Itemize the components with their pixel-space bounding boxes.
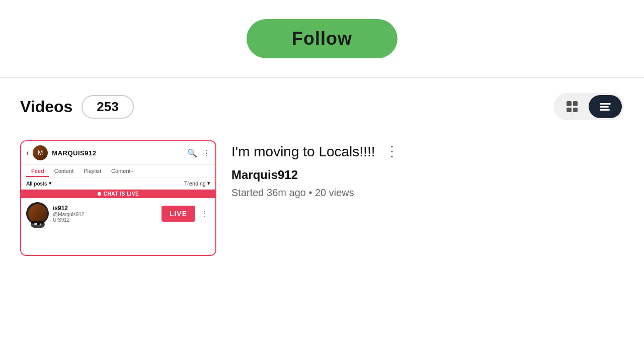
back-icon[interactable]: ‹ xyxy=(26,148,29,157)
videos-label: Videos xyxy=(20,98,72,116)
filter-all-posts[interactable]: All posts ▾ xyxy=(26,180,52,187)
phone-username: MARQUIS912 xyxy=(52,149,183,157)
phone-icons: 🔍 ⋮ xyxy=(187,148,210,158)
chevron-down-icon: ▾ xyxy=(49,180,52,187)
grid-view-button[interactable] xyxy=(555,95,589,118)
phone-filters: All posts ▾ Trending ▾ xyxy=(21,177,215,190)
search-icon[interactable]: 🔍 xyxy=(187,148,197,158)
chat-live-label: CHAT IS LIVE xyxy=(104,191,139,197)
chat-live-banner: CHAT IS LIVE xyxy=(21,190,215,198)
phone-nav-playlist[interactable]: Playlist xyxy=(78,165,106,177)
live-avatar-inner xyxy=(28,204,47,223)
live-button[interactable]: LIVE xyxy=(162,206,195,222)
phone-avatar: M xyxy=(33,145,48,160)
video-channel: Marquis912 xyxy=(231,168,375,182)
video-info-row: I'm moving to Locals!!!! Marquis912 Star… xyxy=(231,140,401,201)
live-row: 👁 7 is912 @Marquis912 UIS912 LIVE ⋮ xyxy=(21,198,215,229)
view-count-badge: 👁 7 xyxy=(30,221,44,228)
list-view-button[interactable] xyxy=(589,95,622,118)
phone-nav-feed[interactable]: Feed xyxy=(26,165,49,177)
eye-icon: 👁 xyxy=(33,222,37,227)
live-handle: @Marquis912 xyxy=(53,212,157,217)
live-name: is912 xyxy=(53,205,157,212)
video-thumbnail[interactable]: ‹ M MARQUIS912 🔍 ⋮ Feed Content Playlist… xyxy=(20,140,216,256)
chevron-down-icon: ▾ xyxy=(207,180,210,187)
videos-left: Videos 253 xyxy=(20,95,134,119)
view-toggle xyxy=(553,93,624,120)
live-view-count: 7 xyxy=(39,222,41,227)
live-info: is912 @Marquis912 UIS912 xyxy=(53,205,157,223)
more-icon[interactable]: ⋮ xyxy=(202,148,210,158)
phone-nav: Feed Content Playlist Content+ xyxy=(21,165,215,177)
videos-section: Videos 253 xyxy=(0,78,644,130)
video-meta: Started 36m ago • 20 views xyxy=(231,187,375,199)
videos-count-badge: 253 xyxy=(82,95,133,119)
video-info: I'm moving to Locals!!!! Marquis912 Star… xyxy=(231,140,375,201)
list-icon xyxy=(600,101,611,112)
live-sub: UIS912 xyxy=(53,217,157,223)
phone-nav-contentplus[interactable]: Content+ xyxy=(106,165,139,177)
live-indicator-dot xyxy=(98,192,101,196)
video-title: I'm moving to Locals!!!! xyxy=(231,143,375,161)
live-avatar-wrap: 👁 7 xyxy=(26,202,49,225)
grid-icon xyxy=(567,101,578,112)
phone-ui: ‹ M MARQUIS912 🔍 ⋮ Feed Content Playlist… xyxy=(21,141,215,255)
phone-header: ‹ M MARQUIS912 🔍 ⋮ xyxy=(21,141,215,165)
follow-button[interactable]: Follow xyxy=(247,19,397,58)
content-area: ‹ M MARQUIS912 🔍 ⋮ Feed Content Playlist… xyxy=(0,130,644,266)
filter-trending[interactable]: Trending ▾ xyxy=(184,180,210,187)
video-more-options-icon[interactable]: ⋮ xyxy=(382,140,401,162)
phone-nav-content[interactable]: Content xyxy=(49,165,79,177)
top-section: Follow xyxy=(0,0,644,78)
more-options-icon[interactable]: ⋮ xyxy=(199,210,210,218)
